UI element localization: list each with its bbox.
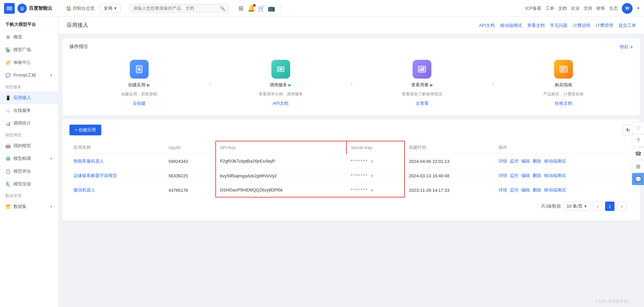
svg-point-6 [280, 68, 282, 70]
per-page-selector[interactable]: 10 条/页 ▼ [564, 202, 590, 211]
step-icon-buy-guide [554, 60, 573, 79]
step-arrow-1: › [209, 79, 211, 87]
guide-collapse-label: 收起 [620, 44, 629, 50]
page-btn-1[interactable]: 1 [605, 202, 614, 211]
nav-ecosystem[interactable]: 生态 [609, 5, 618, 11]
action-monitor-1[interactable]: 监控 [510, 158, 519, 164]
sidebar-item-model-eval[interactable]: 📋 模型评估 [0, 165, 58, 178]
nav-docs[interactable]: 文档 [558, 5, 567, 11]
logo[interactable]: 云 百度智能云 [17, 4, 52, 13]
action-delete-3[interactable]: 删除 [533, 187, 541, 193]
logo-icon: 云 [17, 4, 27, 13]
sidebar-item-model-compress[interactable]: 🗜️ 模型压缩 [0, 178, 58, 190]
action-detail-1[interactable]: 详情 [498, 158, 507, 164]
action-mobile-test-1[interactable]: 移动端测试 [544, 158, 566, 164]
action-monitor-2[interactable]: 监控 [510, 173, 519, 179]
chevron-icon-dataset: ▼ [50, 205, 53, 209]
app-link-1[interactable]: 智能客服机器人 [73, 159, 104, 164]
step-icon-create-app [130, 60, 149, 79]
sidebar-item-online-service[interactable]: ☁️ 在线服务 [0, 104, 58, 117]
header-link-billing-mgmt[interactable]: 计费管理 [596, 23, 613, 29]
header-link-view-docs[interactable]: 查看文档 [527, 23, 545, 29]
guide-step-buy-guide: 购买指南 产品购买，计费及价格 价格文档 [494, 60, 633, 106]
monitor-icon[interactable]: 📺 [268, 5, 275, 12]
app-link-2[interactable]: 边缘骇客解题宇宙模型 [73, 173, 117, 178]
grid-btn[interactable]: ⊞ [632, 160, 644, 172]
cart-icon[interactable]: 🛒 [258, 5, 265, 12]
secret-toggle-3[interactable]: ∨ [371, 188, 374, 192]
action-detail-3[interactable]: 详情 [498, 187, 507, 193]
step-title-view-usage: 查看用量 ▶ [411, 82, 433, 88]
guide-collapse-btn[interactable]: 收起 ∧ [620, 44, 633, 50]
header-link-faq[interactable]: 常见问题 [550, 23, 568, 29]
grid-apps-icon[interactable]: ⊞ [237, 5, 245, 12]
step-link-buy-guide[interactable]: 价格文档 [555, 100, 572, 106]
notification-icon[interactable]: 🔔 [248, 5, 255, 12]
chat-btn[interactable]: 💬 [632, 173, 644, 185]
step-link-create-app[interactable]: 去创建 [132, 100, 146, 106]
prev-page-btn[interactable]: ‹ [593, 202, 602, 211]
user-avatar[interactable]: W [622, 3, 633, 14]
action-edit-2[interactable]: 编辑 [521, 173, 530, 179]
nav-icp[interactable]: ICP备案 [525, 5, 541, 11]
app-link-3[interactable]: 微信机器人 [73, 187, 95, 192]
app-id-2: 56336225 [164, 169, 215, 183]
chat-icon: 💬 [635, 176, 642, 182]
sidebar-item-dataset[interactable]: 🗂️ 数据集 ▼ [0, 200, 58, 213]
guide-section: 操作指引 收起 ∧ 创建应 [63, 38, 640, 115]
header-link-mobile-test[interactable]: 移动端测试 [500, 23, 522, 29]
header-link-billing-desc[interactable]: 计费说明 [573, 23, 590, 29]
hamburger-menu[interactable] [4, 3, 15, 14]
action-delete-2[interactable]: 删除 [533, 173, 541, 179]
secret-toggle-2[interactable]: ∨ [371, 173, 374, 178]
secret-key-2: ******* ∨ [346, 169, 405, 183]
search-bar: 🔍 [129, 4, 229, 12]
step-icon-call-service [271, 60, 290, 79]
step-link-view-usage[interactable]: 去查看 [416, 100, 429, 106]
nav-enterprise[interactable]: 企业 [571, 5, 580, 11]
sidebar-section-model-service: 模型服务 [0, 82, 58, 91]
action-mobile-test-2[interactable]: 移动端测试 [544, 173, 566, 179]
phone-btn[interactable]: ☎ [632, 147, 644, 160]
sidebar-item-prompt[interactable]: 💬 Prompt工程 ▼ [0, 69, 58, 82]
next-page-btn[interactable]: › [617, 202, 627, 211]
sidebar-item-model-market[interactable]: 🏪 模型广场 [0, 43, 58, 56]
grid-right-icon: ⊞ [636, 163, 640, 170]
search-icon[interactable]: 🔍 [220, 6, 225, 11]
sidebar-item-overview[interactable]: ⊞ 概览 [0, 31, 58, 43]
avatar-chevron[interactable]: ▼ [637, 6, 640, 10]
step-link-call-service[interactable]: API文档 [273, 100, 288, 106]
sidebar-item-model-finetune[interactable]: ⚙️ 模型精调 ▼ [0, 152, 58, 165]
action-mobile-test-3[interactable]: 移动端测试 [544, 187, 566, 193]
favorite-btn[interactable]: ♡ [632, 122, 644, 134]
nav-finance[interactable]: 财务 [596, 5, 605, 11]
sidebar-label-overview: 概览 [13, 34, 22, 40]
nav-ticket[interactable]: 工单 [545, 5, 554, 11]
action-delete-1[interactable]: 删除 [533, 158, 541, 164]
table-row: 边缘骇客解题宇宙模型 56336225 bvy59l5ajmgqAzk2gWtV… [69, 169, 633, 183]
sidebar-item-app-access[interactable]: 📱 应用接入 [0, 91, 58, 104]
nav-support[interactable]: 支持 [584, 5, 592, 11]
action-edit-3[interactable]: 编辑 [521, 187, 530, 193]
store-icon: 🏪 [5, 47, 11, 52]
header-link-api-docs[interactable]: API文档 [479, 23, 495, 29]
sidebar-item-experience[interactable]: 🧭 体验中心 [0, 56, 58, 69]
control-center-btn[interactable]: 🏠 控制台总览 [63, 4, 97, 13]
action-detail-2[interactable]: 详情 [498, 173, 507, 179]
create-app-button[interactable]: + 创建应用 [69, 125, 101, 135]
table-row: 微信机器人 43766178 DSHOacP5hIEMQQ26zy8DPl5k … [69, 183, 633, 198]
sidebar-item-my-model[interactable]: 🤖 我的模型 [0, 139, 58, 152]
action-monitor-3[interactable]: 监控 [510, 187, 519, 193]
action-links-3: 详情 监控 编辑 删除 移动端测试 [498, 187, 629, 193]
actions-1: 详情 监控 编辑 删除 移动端测试 [494, 154, 633, 169]
help-btn[interactable]: ? [632, 135, 644, 147]
sidebar-item-call-stats[interactable]: 📊 调用统计 [0, 117, 58, 130]
secret-key-1: ******* ∨ [346, 154, 405, 169]
scope-selector[interactable]: 全局 ▼ [100, 4, 121, 13]
header-link-submit-ticket[interactable]: 提交工单 [619, 23, 636, 29]
action-edit-1[interactable]: 编辑 [521, 158, 530, 164]
secret-toggle-1[interactable]: ∨ [371, 159, 374, 164]
search-input[interactable] [133, 6, 220, 11]
chevron-icon-finetune: ▼ [50, 157, 53, 161]
actions-2: 详情 监控 编辑 删除 移动端测试 [494, 169, 633, 183]
